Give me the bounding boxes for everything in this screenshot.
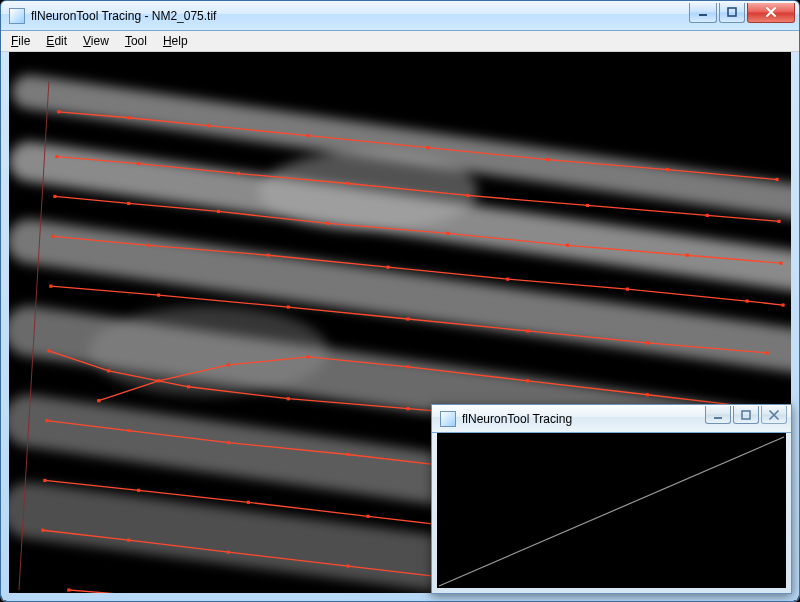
trace-node [227, 441, 230, 444]
close-icon [767, 408, 781, 422]
menu-tool-rest: ool [131, 34, 147, 48]
menu-tool[interactable]: Tool [117, 31, 155, 51]
trace-node [127, 429, 130, 432]
trace-node [779, 262, 782, 265]
menu-help-accel: H [163, 34, 172, 48]
close-icon [764, 5, 778, 19]
trace-node [247, 501, 250, 504]
trace-node [97, 399, 100, 402]
menu-file-rest: ile [18, 34, 30, 48]
maximize-button[interactable] [719, 3, 745, 23]
menu-view-accel: V [83, 34, 91, 48]
minimize-icon [697, 6, 709, 18]
trace-node [107, 369, 110, 372]
trace-node [207, 124, 210, 127]
child-maximize-button[interactable] [733, 406, 759, 424]
trace-node [586, 204, 589, 207]
menu-help[interactable]: Help [155, 31, 196, 51]
trace-node [526, 379, 529, 382]
app-icon [440, 411, 456, 427]
trace-node [777, 220, 780, 223]
window-controls [689, 3, 795, 23]
trace-node [347, 565, 350, 568]
svg-rect-0 [699, 14, 707, 16]
trace-node [466, 194, 469, 197]
trace-node [237, 172, 240, 175]
trace-node [526, 329, 529, 332]
trace-node [307, 134, 310, 137]
svg-point-4 [89, 306, 328, 396]
app-icon [9, 8, 25, 24]
trace-node [137, 489, 140, 492]
trace-node [406, 365, 409, 368]
trace-node [347, 453, 350, 456]
menu-edit-rest: dit [54, 34, 67, 48]
minimize-icon [712, 409, 724, 421]
trace-node [307, 355, 310, 358]
trace-node [43, 479, 46, 482]
child-viewport[interactable] [437, 433, 786, 588]
trace-node [45, 419, 48, 422]
child-plot [437, 433, 786, 588]
trace-node [227, 551, 230, 554]
trace-node [267, 254, 270, 257]
menu-help-rest: elp [172, 34, 188, 48]
trace-node [137, 162, 140, 165]
menu-edit[interactable]: Edit [38, 31, 75, 51]
trace-node [426, 146, 429, 149]
trace-node [157, 379, 160, 382]
main-window: flNeuronTool Tracing - NM2_075.tif File … [0, 0, 800, 602]
trace-node [187, 385, 190, 388]
menubar: File Edit View Tool Help [1, 31, 799, 52]
trace-node [386, 266, 389, 269]
maximize-icon [726, 6, 738, 18]
menu-file[interactable]: File [3, 31, 38, 51]
trace-node [41, 529, 44, 532]
trace-node [646, 341, 649, 344]
trace-node [51, 235, 54, 238]
trace-node [626, 288, 629, 291]
trace-node [57, 110, 60, 113]
trace-node [127, 539, 130, 542]
child-window-title: flNeuronTool Tracing [462, 412, 705, 426]
child-titlebar[interactable]: flNeuronTool Tracing [432, 405, 791, 433]
trace-node [287, 397, 290, 400]
close-button[interactable] [747, 3, 795, 23]
trace-node [406, 317, 409, 320]
trace-node [347, 182, 350, 185]
trace-node [49, 285, 52, 288]
child-window[interactable]: flNeuronTool Tracing [431, 404, 792, 594]
trace-node [706, 214, 709, 217]
svg-rect-5 [714, 417, 722, 419]
minimize-button[interactable] [689, 3, 717, 23]
trace-node [546, 158, 549, 161]
trace-node [127, 116, 130, 119]
trace-node [127, 202, 130, 205]
maximize-icon [740, 409, 752, 421]
trace-node [506, 278, 509, 281]
svg-rect-1 [728, 8, 736, 16]
trace-node [666, 168, 669, 171]
child-minimize-button[interactable] [705, 406, 731, 424]
trace-node [147, 244, 150, 247]
trace-node [781, 303, 784, 306]
main-titlebar[interactable]: flNeuronTool Tracing - NM2_075.tif [1, 1, 799, 31]
trace-node [227, 363, 230, 366]
trace-node [217, 210, 220, 213]
trace-node [366, 515, 369, 518]
trace-node [157, 294, 160, 297]
trace-node [566, 244, 569, 247]
trace-node [686, 254, 689, 257]
trace-node [765, 351, 768, 354]
svg-rect-6 [742, 411, 750, 419]
child-close-button[interactable] [761, 406, 787, 424]
child-window-controls [705, 406, 787, 426]
trace-node [746, 299, 749, 302]
trace-node [327, 222, 330, 225]
trace-node [47, 349, 50, 352]
menu-view[interactable]: View [75, 31, 117, 51]
trace-node [406, 407, 409, 410]
trace-node [775, 178, 778, 181]
trace-node [53, 195, 56, 198]
window-title: flNeuronTool Tracing - NM2_075.tif [31, 9, 689, 23]
